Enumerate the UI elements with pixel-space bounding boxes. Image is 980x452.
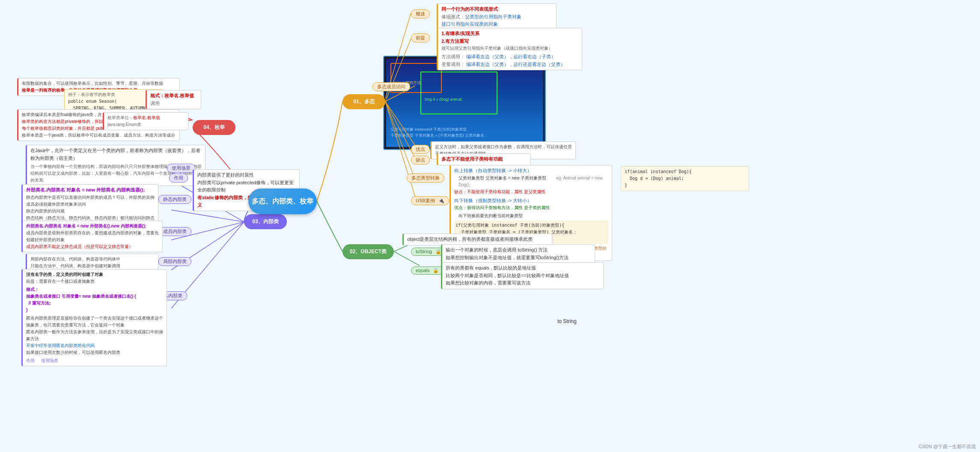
info-meiju-format-call: 格式：枚举名.枚举值 调用: [146, 90, 201, 109]
label-equals: equals 🔒: [411, 266, 444, 275]
label-jingtai-neibu: 静态内部类: [158, 195, 191, 204]
info-equals: 所有的类都有 equals，默认比较的是地址值 比较两个对象是否相同，默认比较是…: [441, 262, 604, 289]
branch-label-04: 04、枚举: [203, 124, 224, 131]
branch-node-neibu: 03、内部类: [244, 214, 287, 229]
central-node-label: 多态、内部类、枚举: [252, 197, 313, 206]
branch-node-meiju: 04、枚举: [193, 120, 235, 135]
info-meiju-jicheng: 枚举类单位：枚举名.枚举值 java.lang.Enum类: [103, 112, 188, 130]
label-qiantai: 前提: [411, 33, 430, 42]
label-zuoyong: 作用: [169, 174, 188, 183]
branch-label-03: 03、内部类: [252, 218, 278, 225]
label-quedian: 缺点: [411, 156, 430, 165]
label-shiyong: 使用场景: [167, 164, 195, 173]
label-duotai-chengyuan: 多态成员访问: [372, 82, 410, 91]
label-gaishuo: 概述: [411, 9, 430, 18]
label-duotai-leixin: 多态类型转换: [407, 174, 444, 183]
watermark: CSDN @宁愿一生都不说谎: [919, 443, 976, 450]
mindmap-container: 多态、内部类、枚举 01、多态 概述 同一个行为的不同表现形式 体现形式：父类型…: [0, 0, 980, 452]
info-gaishuo: 同一个行为的不同表现形式 体现形式：父类型的引用指向子类对象 接口引用指向实现类…: [437, 3, 557, 30]
branch-node-duotai: 01、多态: [343, 94, 385, 109]
info-niming: 没有名字的类，定义类的同时创建了对象 前提：需要存在一个接口或者抽象类 格式： …: [21, 269, 167, 366]
branch-label-01: 01、多态: [353, 98, 374, 105]
label-chengyuan-neibu: 成员内部类: [158, 227, 191, 236]
info-object-desc: object是类层次结构的根，所有的类都直接或者间接继承此类: [402, 233, 552, 245]
info-quedian: 多态下不能使用子类特有功能: [437, 153, 531, 165]
tostring-text: to String: [557, 318, 577, 324]
branch-label-02: 02、OBJECT类: [350, 248, 387, 255]
info-animal-code: if(animal instanceof Dog){ Dog d = (Dog)…: [621, 166, 749, 191]
branch-node-object: 02、OBJECT类: [343, 244, 394, 259]
info-chengyuan: 外部类名.内部类名 对象名 = new 外部类名().new 内部构造器(); …: [21, 221, 163, 252]
label-youjia: 优点: [411, 145, 430, 154]
label-jvbu-neibu: 局部内部类: [158, 257, 191, 266]
image-overlay-green: [420, 72, 497, 114]
label-usb: USB案例 🔌: [411, 196, 449, 205]
svg-line-10: [171, 210, 244, 222]
info-qiantai: 1.有继承/实现关系 2.有方法重写 就可以用父类引用指向子类对象（或接口指向实…: [437, 28, 582, 70]
central-node: 多态、内部类、枚举: [248, 189, 317, 214]
info-tostring: 输出一个对象的时候，底层会调用 toString() 方法 如果想控制输出对象不…: [441, 244, 595, 263]
